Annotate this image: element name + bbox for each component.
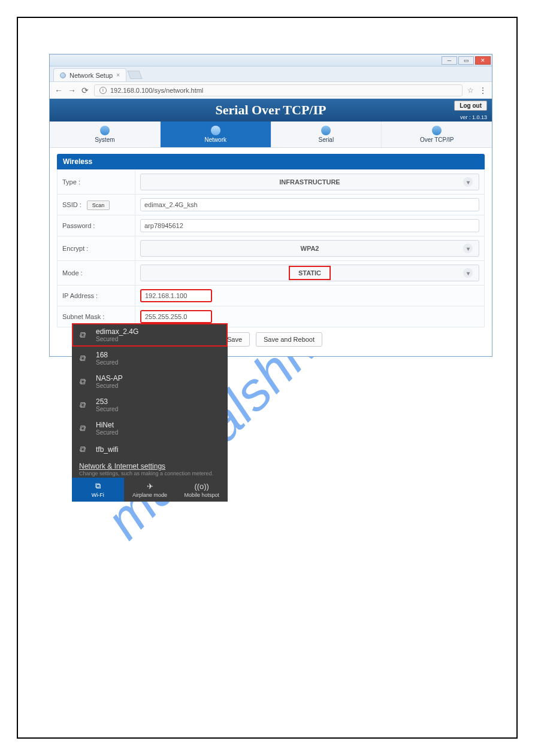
wifi-signal-icon: ⧉ (79, 377, 90, 387)
encrypt-select[interactable]: WPA2 ▾ (140, 240, 479, 257)
browser-tab[interactable]: Network Setup × (53, 68, 126, 81)
reload-button[interactable]: ⟳ (81, 86, 89, 95)
wifi-status: Secured (96, 336, 138, 342)
wifi-name: 168 (96, 351, 118, 359)
close-button[interactable]: ✕ (475, 56, 491, 65)
ssid-input[interactable] (140, 198, 479, 211)
save-reboot-button[interactable]: Save and Reboot (256, 332, 322, 347)
mode-label: Mode : (58, 261, 135, 286)
tab-over-tcpip-label: Over TCP/IP (420, 136, 454, 143)
favicon-icon (60, 72, 66, 78)
wifi-signal-icon: ⧉ (79, 423, 90, 433)
url-text: 192.168.0.100/sys/network.html (110, 87, 203, 94)
ssid-label: SSID : Scan (58, 195, 135, 215)
wifi-name: HiNet (96, 421, 118, 429)
wifi-quick-actions: ⧉Wi-Fi ✈Airplane mode ((o))Mobile hotspo… (72, 478, 228, 502)
minimize-button[interactable]: ─ (442, 56, 457, 65)
mode-value: STATIC (289, 266, 331, 280)
logout-button[interactable]: Log out (454, 101, 487, 111)
chevron-down-icon: ▾ (463, 244, 473, 253)
wifi-name: edimax_2.4G (96, 327, 138, 336)
app-title: Serial Over TCP/IP (216, 102, 327, 118)
tab-serial[interactable]: Serial (271, 122, 382, 147)
wifi-status: Secured (96, 382, 123, 389)
browser-toolbar: ← → ⟳ i 192.168.0.100/sys/network.html ☆… (50, 82, 492, 99)
wifi-name: 253 (96, 397, 118, 406)
wifi-name: NAS-AP (96, 374, 123, 382)
wifi-settings-link[interactable]: Network & Internet settings Change setti… (72, 459, 228, 478)
wifi-network-item[interactable]: ⧉ HiNetSecured (72, 417, 228, 440)
bookmark-star-icon[interactable]: ☆ (467, 86, 474, 95)
wifi-network-item[interactable]: ⧉ edimax_2.4GSecured (72, 323, 228, 347)
tab-network[interactable]: Network (161, 122, 271, 147)
wifi-network-item[interactable]: ⧉ tfb_wifi (72, 440, 228, 459)
wifi-signal-icon: ⧉ (79, 444, 90, 454)
app-nav: System Network Serial Over TCP/IP (50, 122, 492, 148)
wifi-status: Secured (96, 429, 118, 436)
tab-network-label: Network (204, 136, 226, 143)
maximize-button[interactable]: ▭ (458, 56, 474, 65)
type-select[interactable]: INFRASTRUCTURE ▾ (140, 174, 479, 190)
close-tab-icon[interactable]: × (116, 72, 120, 78)
airplane-icon: ✈ (147, 482, 153, 491)
encrypt-label: Encrypt : (58, 236, 135, 261)
wifi-settings-title: Network & Internet settings (79, 462, 220, 470)
site-info-icon[interactable]: i (99, 87, 107, 94)
serial-icon (321, 126, 331, 135)
tab-serial-label: Serial (319, 136, 334, 143)
type-value: INFRASTRUCTURE (279, 178, 340, 186)
mode-select[interactable]: STATIC ▾ (140, 265, 479, 281)
window-titlebar: ─ ▭ ✕ (50, 54, 492, 66)
tab-title: Network Setup (69, 72, 113, 79)
chevron-down-icon: ▾ (463, 268, 473, 278)
subnet-input[interactable] (140, 310, 212, 323)
browser-tabstrip: Network Setup × (50, 66, 492, 82)
wifi-flyout: ⧉ edimax_2.4GSecured ⧉ 168Secured ⧉ NAS-… (72, 323, 228, 502)
hotspot-icon: ((o)) (194, 482, 209, 491)
wifi-icon: ⧉ (95, 481, 101, 491)
system-icon (100, 126, 110, 135)
wifi-network-item[interactable]: ⧉ NAS-APSecured (72, 370, 228, 393)
tab-system-label: System (95, 136, 114, 143)
browser-window: ─ ▭ ✕ Network Setup × ← → ⟳ i 192.168.0.… (49, 54, 492, 357)
type-label: Type : (58, 170, 135, 195)
ip-input[interactable] (140, 289, 212, 302)
wifi-settings-desc: Change settings, such as making a connec… (79, 470, 220, 476)
back-button[interactable]: ← (55, 86, 63, 95)
wifi-network-item[interactable]: ⧉ 168Secured (72, 347, 228, 370)
password-input[interactable] (140, 219, 479, 232)
wifi-toggle[interactable]: ⧉Wi-Fi (72, 478, 124, 502)
hotspot-toggle[interactable]: ((o))Mobile hotspot (176, 478, 228, 502)
address-bar[interactable]: i 192.168.0.100/sys/network.html (94, 84, 463, 96)
wifi-status: Secured (96, 359, 118, 366)
version-label: ver : 1.0.13 (460, 114, 487, 120)
password-label: Password : (58, 215, 135, 236)
wifi-signal-icon: ⧉ (79, 330, 90, 340)
new-tab-button[interactable] (127, 71, 142, 79)
network-icon (211, 126, 220, 135)
wifi-signal-icon: ⧉ (79, 353, 90, 363)
scan-button[interactable]: Scan (87, 201, 110, 210)
section-wireless: Wireless (57, 154, 485, 169)
wifi-name: tfb_wifi (96, 445, 118, 454)
ip-label: IP Address : (58, 286, 135, 306)
airplane-toggle[interactable]: ✈Airplane mode (124, 478, 176, 502)
wifi-status: Secured (96, 406, 118, 412)
app-banner: Serial Over TCP/IP Log out ver : 1.0.13 (50, 99, 492, 122)
wifi-signal-icon: ⧉ (79, 400, 90, 410)
chevron-down-icon: ▾ (463, 177, 473, 187)
encrypt-value: WPA2 (301, 245, 319, 252)
tcpip-icon (432, 126, 442, 135)
browser-menu-icon[interactable]: ⋮ (479, 86, 487, 95)
forward-button[interactable]: → (68, 86, 76, 95)
tab-over-tcpip[interactable]: Over TCP/IP (382, 122, 492, 147)
tab-system[interactable]: System (50, 122, 161, 147)
wifi-network-item[interactable]: ⧉ 253Secured (72, 393, 228, 417)
